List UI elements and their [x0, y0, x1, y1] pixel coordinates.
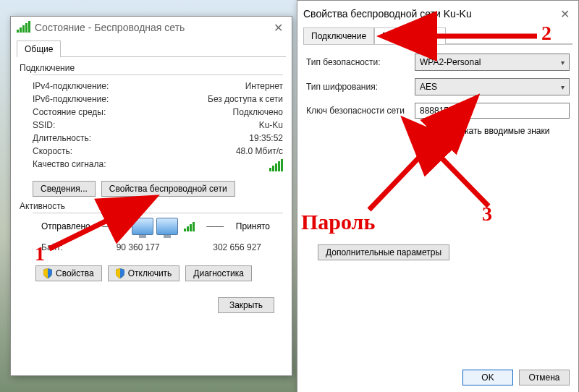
security-type-label: Тип безопасности:	[306, 57, 415, 67]
security-key-label: Ключ безопасности сети	[306, 106, 415, 116]
row-encryption: Тип шифрования: AES ▾	[306, 78, 570, 95]
properties-title: Свойства беспроводной сети Ku-Ku	[303, 8, 472, 20]
disable-button[interactable]: Отключить	[108, 265, 180, 281]
tab-general[interactable]: Общие	[17, 41, 61, 57]
status-window: Состояние - Беспроводная сеть ✕ Общие По…	[10, 16, 292, 376]
status-titlebar: Состояние - Беспроводная сеть ✕	[11, 17, 292, 38]
row-ipv4: IPv4-подключение:Интернет	[20, 80, 283, 93]
security-type-combo[interactable]: WPA2-Personal ▾	[415, 54, 570, 71]
close-icon[interactable]: ✕	[557, 7, 572, 21]
details-button[interactable]: Сведения...	[33, 181, 96, 197]
annotation-arrow-2	[413, 29, 543, 51]
row-media: Состояние среды:Подключено	[20, 106, 283, 119]
chevron-down-icon: ▾	[561, 83, 565, 91]
row-speed: Скорость:48.0 Мбит/с	[20, 145, 283, 158]
cancel-button[interactable]: Отмена	[519, 370, 570, 385]
encryption-label: Тип шифрования:	[306, 82, 415, 92]
ok-cancel-row: OK Отмена	[462, 370, 570, 385]
status-title: Состояние - Беспроводная сеть	[35, 22, 185, 33]
group-connection: Подключение	[20, 63, 283, 73]
properties-titlebar: Свойства беспроводной сети Ku-Ku ✕	[297, 1, 578, 27]
shield-icon	[116, 268, 124, 278]
group-activity: Активность	[20, 201, 283, 211]
status-tabs: Общие	[17, 40, 286, 57]
activity-recv-label: Принято	[236, 221, 270, 231]
status-body: Подключение IPv4-подключение:Интернет IP…	[20, 63, 283, 313]
annotation-arrow-password	[362, 123, 463, 217]
close-icon[interactable]: ✕	[271, 21, 286, 35]
properties-button[interactable]: Свойства	[35, 265, 102, 281]
annotation-2: 2	[541, 22, 551, 45]
encryption-combo[interactable]: AES ▾	[415, 78, 570, 95]
security-key-input[interactable]	[415, 103, 570, 119]
tab-connection[interactable]: Подключение	[303, 27, 374, 44]
close-button[interactable]: Закрыть	[218, 297, 274, 313]
wireless-properties-button[interactable]: Свойства беспроводной сети	[101, 181, 235, 197]
shield-icon	[43, 268, 52, 278]
diagnose-button[interactable]: Диагностика	[185, 265, 252, 281]
row-security-type: Тип безопасности: WPA2-Personal ▾	[306, 54, 570, 71]
svg-line-0	[49, 217, 114, 249]
wifi-signal-icon	[17, 21, 30, 35]
row-signal: Качество сигнала:	[20, 158, 283, 175]
row-duration: Длительность:19:35:52	[20, 132, 283, 145]
signal-strength-icon	[269, 159, 283, 174]
advanced-settings-button[interactable]: Дополнительные параметры	[318, 244, 449, 260]
chevron-down-icon: ▾	[561, 59, 565, 67]
bytes-recv: 302 656 927	[213, 242, 261, 252]
row-ssid: SSID:Ku-Ku	[20, 119, 283, 132]
row-security-key: Ключ безопасности сети	[306, 103, 570, 119]
ok-button[interactable]: OK	[462, 370, 513, 385]
annotation-arrow-1	[43, 211, 130, 255]
svg-line-3	[369, 130, 445, 210]
row-ipv6: IPv6-подключение:Без доступа к сети	[20, 93, 283, 106]
activity-icon	[132, 218, 195, 235]
